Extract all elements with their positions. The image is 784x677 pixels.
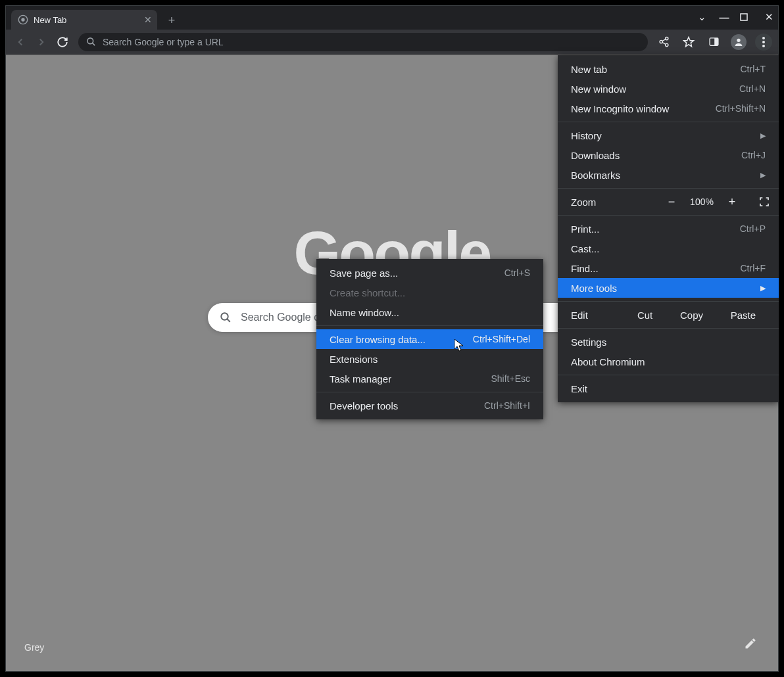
menu-separator	[558, 375, 779, 375]
menu-bookmarks[interactable]: Bookmarks ▶	[558, 165, 779, 185]
submenu-create-shortcut: Create shortcut...	[316, 283, 543, 302]
profile-button[interactable]	[729, 33, 748, 51]
address-bar-placeholder: Search Google or type a URL	[103, 37, 224, 47]
svg-rect-2	[741, 14, 747, 20]
menu-about[interactable]: About Chromium	[558, 352, 779, 371]
menu-label: Downloads	[571, 150, 620, 161]
close-window-button[interactable]: ✕	[762, 11, 775, 23]
svg-point-6	[665, 43, 668, 46]
submenu-clear-browsing-data[interactable]: Clear browsing data... Ctrl+Shift+Del	[316, 329, 543, 349]
menu-new-tab[interactable]: New tab Ctrl+T	[558, 59, 779, 79]
menu-settings[interactable]: Settings	[558, 332, 779, 352]
overflow-menu: New tab Ctrl+T New window Ctrl+N New Inc…	[558, 55, 779, 402]
menu-find[interactable]: Find... Ctrl+F	[558, 258, 779, 278]
menu-label: Bookmarks	[571, 170, 620, 181]
zoom-in-button[interactable]: +	[725, 195, 739, 209]
side-panel-button[interactable]	[704, 33, 723, 51]
bookmark-button[interactable]	[679, 33, 698, 51]
menu-label: More tools	[571, 283, 617, 294]
menu-downloads[interactable]: Downloads Ctrl+J	[558, 145, 779, 165]
menu-more-tools[interactable]: More tools ▶	[558, 278, 779, 298]
customize-button[interactable]	[739, 632, 762, 655]
kebab-icon	[755, 34, 772, 51]
toolbar: Search Google or type a URL	[6, 30, 778, 55]
menu-label: Settings	[571, 337, 606, 348]
chevron-right-icon: ▶	[760, 171, 766, 179]
cut-button[interactable]: Cut	[637, 310, 652, 321]
menu-label: Clear browsing data...	[330, 334, 426, 345]
menu-separator	[316, 325, 543, 326]
close-tab-button[interactable]: ✕	[144, 14, 152, 25]
fullscreen-button[interactable]	[759, 197, 770, 207]
menu-print[interactable]: Print... Ctrl+P	[558, 219, 779, 239]
paste-button[interactable]: Paste	[731, 310, 756, 321]
menu-separator	[558, 301, 779, 302]
menu-label: About Chromium	[571, 356, 645, 367]
search-icon	[86, 37, 96, 47]
menu-label: Find...	[571, 263, 599, 274]
svg-point-12	[762, 45, 765, 47]
svg-point-13	[221, 313, 228, 320]
menu-label: Zoom	[571, 197, 664, 208]
menu-label: Task manager	[330, 373, 391, 385]
menu-shortcut: Ctrl+F	[741, 263, 766, 273]
menu-shortcut: Ctrl+S	[504, 268, 530, 278]
menu-new-window[interactable]: New window Ctrl+N	[558, 79, 779, 99]
reload-button[interactable]	[53, 33, 72, 51]
menu-edit: Edit Cut Copy Paste	[558, 305, 779, 325]
menu-label: Print...	[571, 223, 599, 235]
menu-shortcut: Ctrl+Shift+Del	[473, 334, 530, 344]
menu-separator	[558, 188, 779, 189]
overflow-menu-button[interactable]	[754, 33, 773, 51]
chevron-down-icon[interactable]: ⌄	[695, 11, 708, 23]
menu-label: Cast...	[571, 243, 599, 254]
more-tools-submenu: Save page as... Ctrl+S Create shortcut..…	[316, 259, 543, 419]
menu-separator	[558, 215, 779, 216]
chromium-icon	[18, 14, 28, 25]
menu-shortcut: Ctrl+T	[741, 64, 766, 74]
menu-zoom: Zoom − 100% +	[558, 192, 779, 212]
menu-label: New Incognito window	[571, 103, 669, 114]
menu-separator	[558, 328, 779, 329]
svg-point-5	[660, 40, 662, 43]
tab-title: New Tab	[34, 15, 66, 25]
chevron-right-icon: ▶	[760, 131, 766, 140]
avatar-icon	[731, 34, 747, 50]
minimize-button[interactable]: —	[718, 12, 731, 23]
svg-rect-8	[714, 38, 718, 45]
menu-new-incognito[interactable]: New Incognito window Ctrl+Shift+N	[558, 99, 779, 118]
submenu-extensions[interactable]: Extensions	[316, 349, 543, 369]
menu-shortcut: Ctrl+P	[740, 223, 766, 234]
share-button[interactable]	[654, 33, 673, 51]
submenu-developer-tools[interactable]: Developer tools Ctrl+Shift+I	[316, 396, 543, 415]
submenu-name-window[interactable]: Name window...	[316, 302, 543, 322]
submenu-save-page[interactable]: Save page as... Ctrl+S	[316, 263, 543, 283]
menu-label: History	[571, 130, 602, 141]
search-icon	[220, 312, 232, 323]
forward-button[interactable]	[32, 33, 51, 51]
titlebar: New Tab ✕ + ⌄ — ✕	[6, 6, 778, 30]
zoom-out-button[interactable]: −	[664, 195, 679, 209]
menu-history[interactable]: History ▶	[558, 126, 779, 145]
new-tab-button[interactable]: +	[164, 12, 180, 28]
menu-shortcut: Shift+Esc	[491, 373, 530, 384]
menu-shortcut: Ctrl+Shift+I	[484, 400, 530, 411]
svg-point-3	[87, 38, 93, 44]
maximize-button[interactable]	[740, 13, 753, 21]
menu-label: Name window...	[330, 307, 399, 318]
chevron-right-icon: ▶	[760, 284, 766, 292]
address-bar[interactable]: Search Google or type a URL	[78, 33, 648, 51]
menu-cast[interactable]: Cast...	[558, 239, 779, 258]
menu-exit[interactable]: Exit	[558, 379, 779, 398]
back-button[interactable]	[11, 33, 30, 51]
menu-shortcut: Ctrl+Shift+N	[716, 103, 766, 114]
menu-label: Extensions	[330, 354, 378, 365]
theme-label: Grey	[24, 642, 44, 653]
submenu-task-manager[interactable]: Task manager Shift+Esc	[316, 369, 543, 388]
menu-separator	[558, 122, 779, 122]
browser-tab[interactable]: New Tab ✕	[11, 10, 157, 30]
svg-point-10	[762, 37, 765, 39]
menu-label: New window	[571, 83, 626, 95]
svg-point-9	[737, 38, 740, 41]
copy-button[interactable]: Copy	[680, 310, 703, 321]
